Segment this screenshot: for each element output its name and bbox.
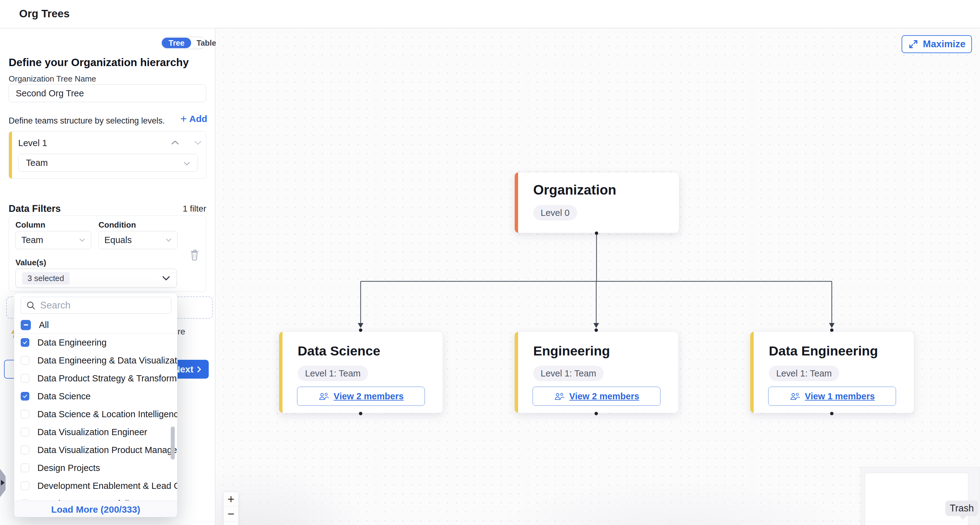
option-checkbox[interactable] — [21, 410, 29, 418]
view-members-button[interactable]: View 2 members — [533, 387, 660, 406]
hierarchy-heading: Define your Organization hierarchy — [9, 56, 189, 68]
view-members-button[interactable]: View 1 members — [768, 387, 896, 406]
option-checkbox[interactable] — [21, 356, 29, 365]
dropdown-option[interactable]: Data Visualization Engineer — [14, 423, 177, 441]
node-title: Data Engineering — [769, 344, 878, 358]
org-node-engineering[interactable]: Engineering Level 1: Team View 2 members — [514, 331, 679, 413]
option-checkbox[interactable] — [21, 482, 29, 490]
delete-filter-button[interactable] — [189, 248, 200, 261]
search-icon — [26, 301, 36, 310]
config-sidebar: Tree Table Define your Organization hier… — [0, 29, 215, 525]
arrow-right-icon — [1, 480, 5, 485]
org-node-root[interactable]: Organization Level 0 — [514, 172, 679, 233]
add-level-label: Add — [189, 114, 207, 124]
option-checkbox[interactable] — [21, 463, 29, 472]
scrollbar-thumb[interactable] — [171, 426, 175, 460]
search-placeholder: Search — [40, 300, 70, 311]
dropdown-option[interactable]: Data Product Strategy & Transformat... — [14, 369, 177, 387]
selected-count-chip: 3 selected — [22, 272, 70, 285]
option-label: Data Science & Location Intelligence — [37, 409, 177, 419]
move-level-down-button[interactable] — [193, 140, 203, 147]
maximize-label: Maximize — [923, 38, 966, 50]
node-level-badge: Level 1: Team — [298, 366, 368, 381]
org-trees-page: Org Trees Tree Table Define your Organiz… — [0, 0, 980, 525]
load-more-link[interactable]: Load More (200/333) — [51, 504, 140, 515]
dropdown-footer: Load More (200/333) — [14, 501, 177, 517]
view-members-button[interactable]: View 2 members — [297, 387, 425, 406]
dropdown-search-input[interactable]: Search — [21, 297, 171, 314]
minimap-root-node — [905, 491, 928, 500]
page-title: Org Trees — [19, 7, 70, 20]
tree-name-label: Organization Tree Name — [9, 74, 96, 84]
fit-view-button[interactable] — [224, 522, 239, 525]
hint-text-fragment: re — [178, 327, 185, 337]
condition-value: Equals — [104, 235, 132, 245]
option-checkbox[interactable] — [21, 445, 29, 454]
trash-tooltip: Trash — [945, 501, 978, 516]
minimap-viewport — [865, 473, 968, 525]
condition-select[interactable]: Equals — [99, 231, 178, 249]
toggle-table[interactable]: Table — [191, 38, 221, 48]
option-label: Data Engineering & Data Visualization — [37, 355, 177, 366]
node-title: Organization — [533, 182, 616, 198]
maximize-button[interactable]: Maximize — [902, 35, 972, 53]
dropdown-option[interactable]: Data Science & Location Intelligence — [14, 405, 177, 423]
option-checkbox[interactable] — [21, 374, 29, 383]
level-card: Level 1 Team — [9, 131, 206, 179]
dropdown-option[interactable]: Data Engineering & Data Visualization — [14, 352, 177, 369]
dropdown-option[interactable]: Data Science — [14, 387, 177, 405]
data-filters-heading: Data Filters — [9, 203, 61, 214]
add-level-button[interactable]: + Add — [180, 114, 207, 124]
zoom-in-button[interactable]: + — [224, 492, 239, 507]
values-dropdown: Search All Data EngineeringData Engineer… — [14, 293, 178, 517]
view-toggle[interactable]: Tree Table — [161, 37, 206, 49]
org-chart-canvas[interactable]: Maximize Organization Level 0 Data Scien… — [215, 29, 980, 525]
move-level-up-button[interactable] — [170, 140, 180, 147]
zoom-out-button[interactable]: − — [224, 507, 239, 522]
dropdown-option[interactable]: Development Enablement & Lead Ge... — [14, 477, 177, 495]
zoom-controls: + − — [223, 492, 239, 525]
view-members-label: View 1 members — [805, 391, 875, 401]
chevron-down-icon — [165, 238, 172, 242]
dropdown-option[interactable]: Development & Portfolio Strat... — [14, 495, 177, 501]
dropdown-option[interactable]: Data Engineering — [14, 334, 177, 352]
node-level-badge: Level 0 — [533, 205, 577, 221]
dropdown-option-list: Data EngineeringData Engineering & Data … — [14, 334, 177, 501]
node-level-badge: Level 1: Team — [533, 366, 604, 381]
filter-count: 1 filter — [183, 204, 206, 214]
dropdown-option[interactable]: Design Projects — [14, 459, 177, 477]
tree-name-input[interactable]: Second Org Tree — [9, 84, 206, 102]
minimap-child-node — [873, 513, 896, 525]
values-select[interactable]: 3 selected — [16, 269, 177, 288]
levels-hint: Define teams structure by selecting leve… — [9, 116, 165, 126]
option-checkbox[interactable] — [21, 428, 29, 436]
level-type-value: Team — [26, 158, 48, 168]
filter-card: Column Condition Team Equals Value(s) 3 … — [9, 216, 206, 292]
option-checkbox[interactable] — [21, 392, 29, 401]
option-label: Design Projects — [37, 463, 100, 473]
tree-name-value: Second Org Tree — [16, 88, 84, 99]
node-title: Data Science — [298, 344, 380, 358]
members-icon — [554, 392, 565, 401]
page-header: Org Trees — [0, 0, 980, 29]
org-node-data-engineering[interactable]: Data Engineering Level 1: Team View 1 me… — [750, 331, 914, 413]
node-level-badge: Level 1: Team — [769, 366, 839, 381]
option-label: Data Science — [37, 391, 91, 401]
option-label: Data Engineering — [37, 337, 107, 348]
option-label: Data Visualization Engineer — [37, 427, 147, 437]
chevron-down-icon — [162, 276, 170, 281]
select-all-checkbox[interactable] — [21, 320, 31, 330]
column-label: Column — [16, 220, 45, 230]
values-label: Value(s) — [16, 258, 46, 267]
option-checkbox[interactable] — [21, 338, 29, 347]
org-node-data-science[interactable]: Data Science Level 1: Team View 2 member… — [279, 331, 443, 413]
minimap-child-node — [905, 513, 928, 525]
select-all-row[interactable]: All — [14, 317, 177, 333]
dropdown-option[interactable]: Data Visualization Product Managem... — [14, 441, 177, 459]
members-icon — [789, 392, 800, 401]
column-select[interactable]: Team — [16, 231, 91, 249]
toggle-tree[interactable]: Tree — [162, 38, 191, 48]
option-label: Development Enablement & Lead Ge... — [37, 481, 177, 491]
level-type-select[interactable]: Team — [18, 154, 198, 172]
maximize-icon — [908, 39, 918, 49]
